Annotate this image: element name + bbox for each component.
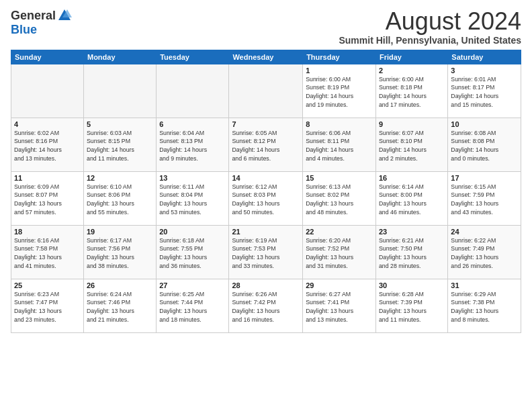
day-info: Sunrise: 6:25 AMSunset: 7:44 PMDaylight:… <box>159 290 226 324</box>
day-number: 21 <box>232 228 300 236</box>
day-number: 1 <box>306 66 373 75</box>
table-row: 14Sunrise: 6:12 AMSunset: 8:03 PMDayligh… <box>229 171 303 225</box>
day-number: 6 <box>159 120 226 128</box>
day-info: Sunrise: 6:15 AMSunset: 7:59 PMDaylight:… <box>451 183 518 217</box>
table-row: 17Sunrise: 6:15 AMSunset: 7:59 PMDayligh… <box>448 171 521 225</box>
table-row: 30Sunrise: 6:28 AMSunset: 7:39 PMDayligh… <box>375 279 447 332</box>
day-number: 4 <box>14 120 81 128</box>
day-info: Sunrise: 6:16 AMSunset: 7:58 PMDaylight:… <box>14 236 81 271</box>
table-row: 18Sunrise: 6:16 AMSunset: 7:58 PMDayligh… <box>11 225 84 279</box>
day-number: 9 <box>379 120 445 128</box>
table-row: 13Sunrise: 6:11 AMSunset: 8:04 PMDayligh… <box>157 171 229 225</box>
day-info: Sunrise: 6:11 AMSunset: 8:04 PMDaylight:… <box>159 183 226 217</box>
day-number: 24 <box>451 228 518 236</box>
day-info: Sunrise: 6:18 AMSunset: 7:55 PMDaylight:… <box>159 236 226 271</box>
table-row: 8Sunrise: 6:06 AMSunset: 8:11 PMDaylight… <box>303 118 376 171</box>
day-info: Sunrise: 6:20 AMSunset: 7:52 PMDaylight:… <box>306 236 373 271</box>
table-row: 7Sunrise: 6:05 AMSunset: 8:12 PMDaylight… <box>229 118 303 171</box>
sub-title: Summit Hill, Pennsylvania, United States <box>339 35 521 46</box>
header: General Blue August 2024 Summit Hill, Pe… <box>11 8 521 46</box>
day-info: Sunrise: 6:05 AMSunset: 8:12 PMDaylight:… <box>232 129 300 163</box>
calendar-week-row: 1Sunrise: 6:00 AMSunset: 8:19 PMDaylight… <box>11 64 521 118</box>
col-thursday: Thursday <box>303 50 376 64</box>
table-row: 22Sunrise: 6:20 AMSunset: 7:52 PMDayligh… <box>303 225 376 279</box>
col-tuesday: Tuesday <box>157 50 229 64</box>
table-row: 19Sunrise: 6:17 AMSunset: 7:56 PMDayligh… <box>83 225 156 279</box>
logo-icon <box>57 8 72 23</box>
table-row: 25Sunrise: 6:23 AMSunset: 7:47 PMDayligh… <box>11 279 84 332</box>
table-row <box>83 64 156 118</box>
table-row: 15Sunrise: 6:13 AMSunset: 8:02 PMDayligh… <box>303 171 376 225</box>
day-number: 18 <box>14 228 81 236</box>
day-number: 8 <box>306 120 373 128</box>
day-number: 29 <box>306 281 373 289</box>
day-number: 20 <box>159 228 226 236</box>
page: General Blue August 2024 Summit Hill, Pe… <box>0 0 532 411</box>
day-number: 15 <box>306 174 373 182</box>
col-monday: Monday <box>83 50 156 64</box>
day-number: 25 <box>14 281 81 289</box>
day-number: 28 <box>232 281 300 289</box>
day-info: Sunrise: 6:04 AMSunset: 8:13 PMDaylight:… <box>159 129 226 163</box>
calendar-week-row: 4Sunrise: 6:02 AMSunset: 8:16 PMDaylight… <box>11 118 521 171</box>
table-row <box>229 64 303 118</box>
day-info: Sunrise: 6:08 AMSunset: 8:08 PMDaylight:… <box>451 129 518 163</box>
day-number: 12 <box>87 174 153 182</box>
title-section: August 2024 Summit Hill, Pennsylvania, U… <box>339 8 521 46</box>
day-number: 13 <box>159 174 226 182</box>
table-row: 2Sunrise: 6:00 AMSunset: 8:18 PMDaylight… <box>375 64 447 118</box>
day-number: 11 <box>14 174 81 182</box>
day-number: 19 <box>87 228 153 236</box>
col-saturday: Saturday <box>448 50 521 64</box>
day-info: Sunrise: 6:21 AMSunset: 7:50 PMDaylight:… <box>379 236 445 271</box>
day-info: Sunrise: 6:10 AMSunset: 8:06 PMDaylight:… <box>87 183 153 217</box>
main-title: August 2024 <box>339 8 521 35</box>
table-row: 6Sunrise: 6:04 AMSunset: 8:13 PMDaylight… <box>157 118 229 171</box>
calendar-header-row: Sunday Monday Tuesday Wednesday Thursday… <box>11 50 521 64</box>
day-info: Sunrise: 6:07 AMSunset: 8:10 PMDaylight:… <box>379 129 445 163</box>
day-info: Sunrise: 6:28 AMSunset: 7:39 PMDaylight:… <box>379 290 445 324</box>
table-row: 11Sunrise: 6:09 AMSunset: 8:07 PMDayligh… <box>11 171 84 225</box>
table-row: 29Sunrise: 6:27 AMSunset: 7:41 PMDayligh… <box>303 279 376 332</box>
day-info: Sunrise: 6:19 AMSunset: 7:53 PMDaylight:… <box>232 236 300 271</box>
day-number: 30 <box>379 281 445 289</box>
table-row <box>157 64 229 118</box>
day-info: Sunrise: 6:00 AMSunset: 8:19 PMDaylight:… <box>306 75 373 109</box>
day-info: Sunrise: 6:14 AMSunset: 8:00 PMDaylight:… <box>379 183 445 217</box>
table-row: 23Sunrise: 6:21 AMSunset: 7:50 PMDayligh… <box>375 225 447 279</box>
table-row: 26Sunrise: 6:24 AMSunset: 7:46 PMDayligh… <box>83 279 156 332</box>
day-number: 27 <box>159 281 226 289</box>
table-row: 5Sunrise: 6:03 AMSunset: 8:15 PMDaylight… <box>83 118 156 171</box>
day-number: 14 <box>232 174 300 182</box>
logo-blue-text: Blue <box>11 23 37 37</box>
table-row: 3Sunrise: 6:01 AMSunset: 8:17 PMDaylight… <box>448 64 521 118</box>
table-row: 31Sunrise: 6:29 AMSunset: 7:38 PMDayligh… <box>448 279 521 332</box>
day-info: Sunrise: 6:03 AMSunset: 8:15 PMDaylight:… <box>87 129 153 163</box>
day-number: 26 <box>87 281 153 289</box>
day-info: Sunrise: 6:02 AMSunset: 8:16 PMDaylight:… <box>14 129 81 163</box>
day-number: 2 <box>379 66 445 75</box>
day-info: Sunrise: 6:00 AMSunset: 8:18 PMDaylight:… <box>379 75 445 109</box>
day-number: 10 <box>451 120 518 128</box>
day-number: 23 <box>379 228 445 236</box>
day-info: Sunrise: 6:29 AMSunset: 7:38 PMDaylight:… <box>451 290 518 324</box>
table-row: 4Sunrise: 6:02 AMSunset: 8:16 PMDaylight… <box>11 118 84 171</box>
day-info: Sunrise: 6:23 AMSunset: 7:47 PMDaylight:… <box>14 290 81 324</box>
day-number: 31 <box>451 281 518 289</box>
day-info: Sunrise: 6:17 AMSunset: 7:56 PMDaylight:… <box>87 236 153 271</box>
table-row: 16Sunrise: 6:14 AMSunset: 8:00 PMDayligh… <box>375 171 447 225</box>
table-row: 10Sunrise: 6:08 AMSunset: 8:08 PMDayligh… <box>448 118 521 171</box>
col-wednesday: Wednesday <box>229 50 303 64</box>
day-info: Sunrise: 6:24 AMSunset: 7:46 PMDaylight:… <box>87 290 153 324</box>
col-sunday: Sunday <box>11 50 84 64</box>
table-row: 27Sunrise: 6:25 AMSunset: 7:44 PMDayligh… <box>157 279 229 332</box>
day-info: Sunrise: 6:09 AMSunset: 8:07 PMDaylight:… <box>14 183 81 217</box>
day-number: 16 <box>379 174 445 182</box>
table-row: 20Sunrise: 6:18 AMSunset: 7:55 PMDayligh… <box>157 225 229 279</box>
day-info: Sunrise: 6:27 AMSunset: 7:41 PMDaylight:… <box>306 290 373 324</box>
day-number: 17 <box>451 174 518 182</box>
calendar-week-row: 18Sunrise: 6:16 AMSunset: 7:58 PMDayligh… <box>11 225 521 279</box>
day-number: 5 <box>87 120 153 128</box>
table-row: 28Sunrise: 6:26 AMSunset: 7:42 PMDayligh… <box>229 279 303 332</box>
calendar-week-row: 25Sunrise: 6:23 AMSunset: 7:47 PMDayligh… <box>11 279 521 332</box>
